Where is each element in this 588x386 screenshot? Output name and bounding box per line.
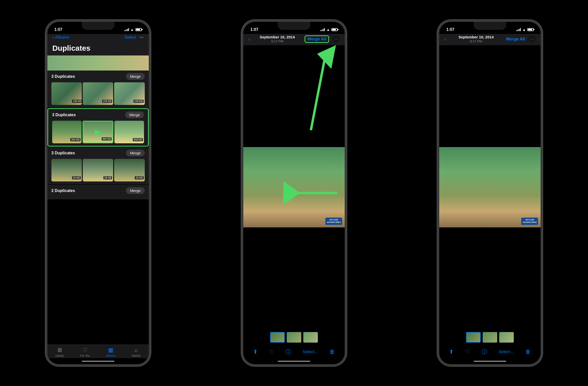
duplicate-group-2: 3 Duplicates Merge 444 KB ▶: [47, 108, 149, 147]
thumb-2-3[interactable]: [303, 332, 318, 343]
volume-buttons: [45, 65, 46, 91]
merge-button-2[interactable]: Merge: [125, 111, 144, 118]
photo-size-3-3: 34 KB: [135, 176, 143, 179]
tab-bar: ⊞ Library ♡ For You ▦ Albums ⌕ Search: [47, 345, 149, 358]
nav-actions: Select •••: [124, 35, 144, 40]
tab-albums[interactable]: ▦ Albums: [106, 347, 115, 357]
tab-library[interactable]: ⊞ Library: [55, 347, 64, 357]
volume-buttons-3: [437, 65, 438, 91]
skyline-logo-3: SKYLINEADVENTURES: [521, 218, 538, 225]
nav-date-2: September 10, 2014: [260, 35, 295, 39]
more-button-3[interactable]: ···: [528, 35, 536, 43]
thumb-2-1[interactable]: [270, 332, 285, 343]
battery-icon-2: [331, 28, 338, 31]
tab-albums-label: Albums: [106, 354, 115, 357]
share-icon-2[interactable]: ⬆: [253, 349, 258, 355]
signal-icon-3: [516, 28, 521, 31]
photo-size-1-2: 230 KB: [102, 100, 112, 103]
skyline-logo-2: SKYLINEADVENTURES: [325, 218, 342, 225]
nav-actions-3: Merge All ···: [506, 35, 536, 43]
ellipsis-icon-2: ···: [334, 36, 338, 42]
nav-title-3: September 10, 2014 8:17 PM: [459, 35, 494, 43]
dup-group-header-2: 3 Duplicates Merge: [52, 111, 144, 118]
wifi-icon-3: ▲: [522, 28, 526, 32]
heart-action-icon-2[interactable]: ♡: [269, 349, 274, 355]
thumb-3-3[interactable]: [499, 332, 514, 343]
status-time-3: 1:07: [446, 27, 454, 32]
merge-all-button-3[interactable]: Merge All: [506, 37, 525, 42]
dup-photo-1-1: 230 KB: [51, 82, 82, 105]
search-icon: ⌕: [134, 347, 138, 353]
select-button-3[interactable]: Select...: [498, 349, 514, 354]
duplicate-group-3: 3 Duplicates Merge 34 KB: [47, 147, 149, 184]
dup-photo-3-1: 34 KB: [51, 159, 82, 181]
phone-screen-3: 1:07 ▲ ‹ September 10, 2014 8:17 PM M: [439, 22, 541, 364]
albums-icon: ▦: [108, 347, 113, 353]
chevron-left-icon-2: ‹: [248, 37, 250, 42]
nav-time-2: 8:17 PM: [260, 39, 295, 43]
dup-count-4: 2 Duplicates: [51, 188, 75, 193]
delete-icon-3[interactable]: 🗑: [525, 349, 531, 355]
wifi-icon: ▲: [130, 28, 134, 32]
status-icons: ▲: [124, 28, 142, 32]
photo-size-1-1: 230 KB: [72, 100, 82, 103]
merge-button-4[interactable]: Merge: [126, 187, 145, 194]
status-time-2: 1:07: [250, 27, 258, 32]
dup-count-1: 3 Duplicates: [51, 74, 75, 79]
heart-action-icon-3[interactable]: ♡: [465, 349, 470, 355]
info-icon-3[interactable]: ⓘ: [482, 348, 487, 356]
dup-photos-3: 34 KB 34 KB: [51, 159, 145, 181]
thumb-2-2[interactable]: [287, 332, 301, 343]
main-photo-area-2: SKYLINEADVENTURES: [243, 45, 345, 329]
phone-1: 1:07 ▲ ‹ Albums Select •••: [45, 20, 151, 366]
photo-size-2-3: 444 KB: [133, 138, 143, 141]
tab-search[interactable]: ⌕ Search: [132, 347, 140, 357]
play-icon: ▶: [95, 127, 101, 137]
merge-button-3[interactable]: Merge: [126, 150, 145, 156]
photo-size-3-1: 34 KB: [72, 176, 81, 179]
nav-date-3: September 10, 2014: [459, 35, 494, 39]
ellipsis-icon-3: ···: [530, 36, 534, 42]
home-indicator: [47, 358, 149, 364]
back-button-3[interactable]: ‹: [444, 37, 446, 42]
back-button-2[interactable]: ‹: [248, 37, 250, 42]
vol-down: [45, 79, 46, 91]
back-label: Albums: [55, 35, 69, 40]
status-icons-2: ▲: [320, 28, 338, 32]
main-photo-image-2: SKYLINEADVENTURES: [243, 147, 345, 227]
photo-size-2-1: 444 KB: [70, 138, 81, 141]
phone-2: 1:07 ▲ ‹ September 10, 2014 8:17 PM M: [241, 20, 347, 366]
dup-photo-2-1: 444 KB: [52, 121, 82, 143]
select-button[interactable]: Select: [124, 35, 136, 40]
tab-for-you[interactable]: ♡ For You: [80, 347, 90, 357]
dup-photo-2-2: ▶ 444 KB: [83, 121, 113, 143]
vol-down-3: [437, 79, 438, 91]
merge-button-1[interactable]: Merge: [126, 73, 145, 80]
merge-all-button-2[interactable]: Merge All: [305, 35, 329, 43]
dup-photo-1-2: 230 KB: [83, 82, 113, 105]
vol-up: [45, 65, 46, 77]
power-button: [150, 67, 151, 85]
more-button-2[interactable]: ···: [332, 35, 340, 43]
info-icon-2[interactable]: ⓘ: [285, 348, 291, 356]
duplicate-group-1: 3 Duplicates Merge 230 KB: [47, 71, 149, 108]
dup-photo-3-3: 34 KB: [114, 159, 144, 181]
share-icon-3[interactable]: ⬆: [449, 349, 454, 355]
vol-up-3: [437, 65, 438, 77]
photo-size-2-2: 444 KB: [102, 137, 112, 141]
thumb-3-2[interactable]: [483, 332, 497, 343]
delete-icon-2[interactable]: 🗑: [329, 349, 335, 355]
dup-photo-1-3: 230 KB: [114, 82, 144, 105]
tab-for-you-label: For You: [80, 354, 90, 357]
select-button-2[interactable]: Select...: [303, 349, 318, 354]
nav-time-3: 8:17 PM: [459, 39, 494, 43]
main-photo-image-3: SKYLINEADVENTURES: [439, 147, 541, 227]
thumb-3-1[interactable]: [466, 332, 481, 343]
top-photo-crop: [47, 55, 149, 71]
power-button-3: [542, 67, 543, 85]
back-button[interactable]: ‹ Albums: [52, 35, 69, 40]
home-indicator-3: [439, 358, 541, 364]
more-button[interactable]: •••: [139, 35, 144, 40]
library-icon: ⊞: [57, 347, 62, 353]
dup-photos-1: 230 KB 230 KB: [51, 82, 145, 105]
